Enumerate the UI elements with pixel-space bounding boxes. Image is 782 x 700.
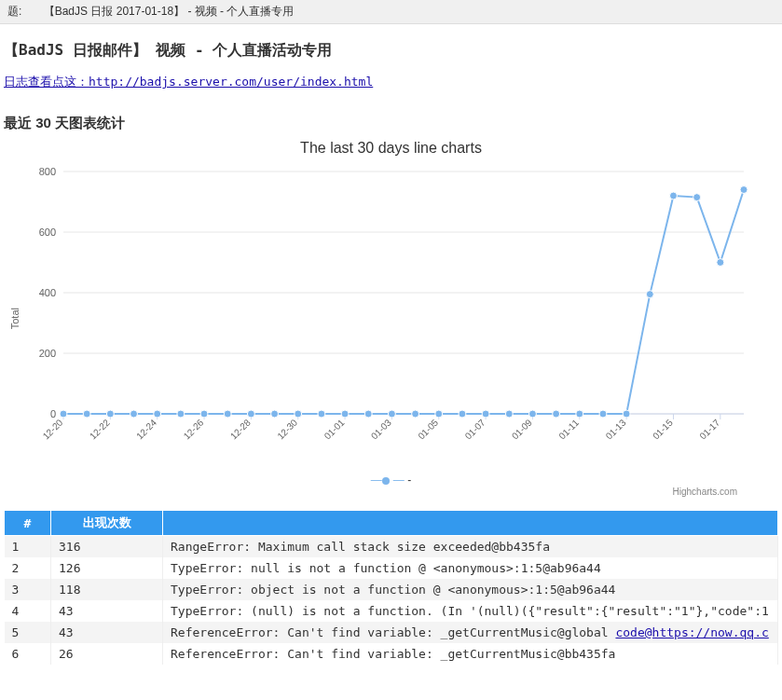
cell-index: 4 bbox=[5, 600, 51, 622]
table-row: 1316RangeError: Maximum call stack size … bbox=[5, 536, 778, 558]
col-message bbox=[163, 511, 778, 536]
cell-count: 43 bbox=[51, 622, 163, 643]
svg-point-56 bbox=[412, 410, 419, 418]
svg-text:12-24: 12-24 bbox=[134, 417, 158, 441]
svg-point-52 bbox=[318, 410, 325, 418]
y-axis-label: Total bbox=[9, 308, 21, 329]
log-link-prefix: 日志查看点这： bbox=[4, 75, 89, 89]
svg-point-69 bbox=[717, 259, 724, 267]
line-chart: 020040060080012-2012-2212-2412-2612-2812… bbox=[7, 162, 772, 470]
chart-container: The last 30 days line charts Total 02004… bbox=[7, 140, 775, 497]
svg-text:01-03: 01-03 bbox=[369, 417, 393, 441]
svg-text:200: 200 bbox=[39, 348, 56, 359]
svg-point-46 bbox=[177, 410, 185, 418]
titlebar-text: 【BadJS 日报 2017-01-18】 - 视频 - 个人直播专用 bbox=[44, 5, 295, 18]
mail-subject: 【BadJS 日报邮件】 视频 - 个人直播活动专用 bbox=[4, 41, 778, 61]
svg-text:12-20: 12-20 bbox=[41, 417, 65, 441]
svg-point-43 bbox=[106, 410, 114, 418]
titlebar-label: 题: bbox=[7, 5, 21, 18]
col-index: # bbox=[5, 511, 51, 536]
svg-text:0: 0 bbox=[50, 408, 56, 419]
svg-point-63 bbox=[576, 410, 583, 418]
svg-point-55 bbox=[388, 410, 395, 418]
svg-point-58 bbox=[459, 410, 466, 418]
cell-count: 26 bbox=[51, 643, 163, 665]
cell-index: 6 bbox=[5, 643, 51, 665]
cell-message: ReferenceError: Can't find variable: _ge… bbox=[163, 643, 778, 665]
svg-point-57 bbox=[435, 410, 443, 418]
svg-text:01-09: 01-09 bbox=[510, 417, 534, 441]
svg-point-53 bbox=[341, 410, 349, 418]
svg-text:01-07: 01-07 bbox=[463, 417, 487, 441]
cell-count: 316 bbox=[51, 536, 163, 558]
svg-text:600: 600 bbox=[39, 226, 56, 238]
svg-point-50 bbox=[271, 410, 279, 418]
window-titlebar: 题: 【BadJS 日报 2017-01-18】 - 视频 - 个人直播专用 bbox=[0, 0, 782, 24]
chart-title: The last 30 days line charts bbox=[7, 140, 775, 157]
svg-text:01-17: 01-17 bbox=[697, 417, 721, 441]
svg-point-49 bbox=[247, 410, 254, 418]
svg-point-65 bbox=[623, 410, 630, 418]
svg-text:12-22: 12-22 bbox=[88, 417, 112, 441]
error-table: # 出现次数 1316RangeError: Maximum call stac… bbox=[4, 510, 778, 665]
svg-point-61 bbox=[528, 410, 536, 418]
table-header-row: # 出现次数 bbox=[5, 511, 778, 536]
cell-index: 2 bbox=[5, 557, 51, 579]
svg-point-45 bbox=[154, 410, 161, 418]
svg-text:400: 400 bbox=[39, 287, 56, 298]
cell-message: TypeError: object is not a function @ <a… bbox=[163, 579, 778, 600]
cell-count: 118 bbox=[51, 579, 163, 600]
svg-point-64 bbox=[599, 410, 607, 418]
svg-point-51 bbox=[295, 410, 302, 418]
table-row: 3118TypeError: object is not a function … bbox=[5, 579, 778, 600]
chart-credit[interactable]: Highcharts.com bbox=[7, 487, 737, 497]
svg-point-47 bbox=[200, 410, 208, 418]
svg-text:01-11: 01-11 bbox=[556, 417, 581, 441]
cell-message: TypeError: (null) is not a function. (In… bbox=[163, 600, 778, 622]
svg-text:01-13: 01-13 bbox=[604, 417, 628, 441]
svg-text:12-28: 12-28 bbox=[228, 417, 253, 441]
table-row: 543ReferenceError: Can't find variable: … bbox=[5, 622, 778, 643]
col-count: 出现次数 bbox=[51, 511, 163, 536]
svg-point-67 bbox=[669, 192, 677, 199]
svg-point-60 bbox=[505, 410, 513, 418]
table-row: 2126TypeError: null is not a function @ … bbox=[5, 557, 778, 579]
svg-point-48 bbox=[224, 410, 231, 418]
svg-text:12-26: 12-26 bbox=[182, 417, 206, 441]
svg-point-54 bbox=[364, 410, 372, 418]
log-link[interactable]: 日志查看点这：http://badjs.server.com/user/inde… bbox=[4, 74, 373, 90]
svg-point-70 bbox=[740, 186, 748, 194]
cell-index: 3 bbox=[5, 579, 51, 600]
svg-text:01-15: 01-15 bbox=[651, 417, 675, 441]
error-link[interactable]: code@https://now.qq.c bbox=[615, 625, 768, 639]
svg-text:01-05: 01-05 bbox=[416, 417, 440, 441]
table-row: 443TypeError: (null) is not a function. … bbox=[5, 600, 778, 622]
chart-legend[interactable]: —— - bbox=[7, 474, 775, 487]
table-row: 626ReferenceError: Can't find variable: … bbox=[5, 643, 778, 665]
svg-point-42 bbox=[83, 410, 90, 418]
cell-message: RangeError: Maximum call stack size exce… bbox=[163, 536, 778, 558]
cell-message: ReferenceError: Can't find variable: _ge… bbox=[163, 622, 778, 643]
svg-text:01-01: 01-01 bbox=[322, 417, 347, 441]
svg-point-44 bbox=[130, 410, 138, 418]
cell-count: 126 bbox=[51, 557, 163, 579]
cell-count: 43 bbox=[51, 600, 163, 622]
svg-point-59 bbox=[482, 410, 489, 418]
svg-point-66 bbox=[646, 291, 653, 298]
log-link-url: http://badjs.server.com/user/index.html bbox=[89, 75, 373, 89]
cell-index: 5 bbox=[5, 622, 51, 643]
svg-point-62 bbox=[553, 410, 560, 418]
legend-series-name: - bbox=[407, 474, 411, 487]
cell-message: TypeError: null is not a function @ <ano… bbox=[163, 557, 778, 579]
svg-point-41 bbox=[60, 410, 67, 418]
cell-index: 1 bbox=[5, 536, 51, 558]
svg-text:800: 800 bbox=[39, 166, 56, 177]
svg-text:12-30: 12-30 bbox=[275, 417, 299, 441]
section-heading-last30: 最近 30 天图表统计 bbox=[4, 115, 778, 132]
svg-point-68 bbox=[693, 194, 701, 201]
